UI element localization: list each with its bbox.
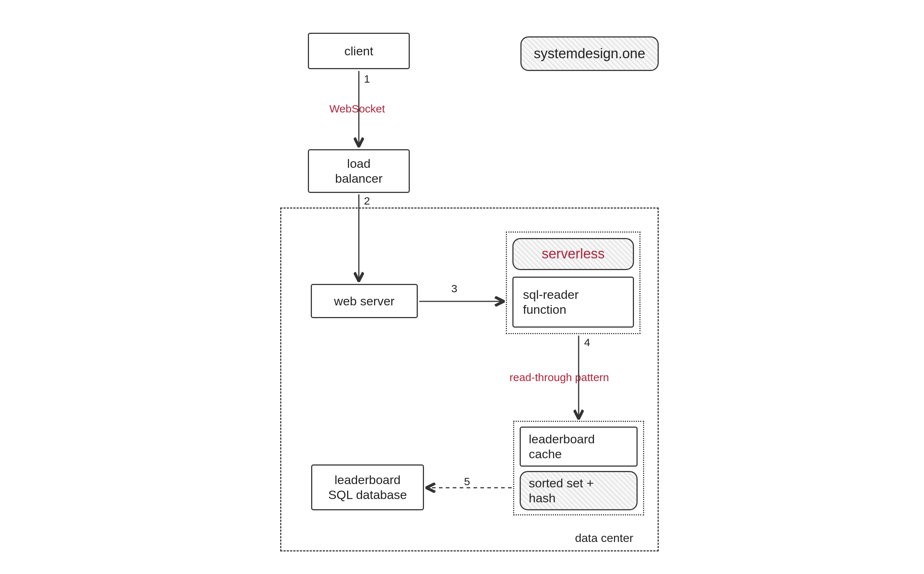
group-data-center-label: data center [575, 531, 633, 545]
node-client: client [308, 33, 410, 69]
edge-2-num: 2 [364, 195, 370, 207]
edge-1-label: WebSocket [329, 102, 385, 115]
brand-badge: systemdesign.one [520, 36, 659, 71]
diagram-stage: data center systemdesign.one client load… [0, 0, 924, 574]
node-sql-reader-function: sql-reader function [512, 277, 634, 328]
edge-3-num: 3 [451, 282, 458, 295]
edge-5-num: 5 [464, 475, 470, 488]
node-web-server: web server [311, 284, 418, 318]
edge-4-num: 4 [584, 336, 590, 349]
node-sorted-set-hash: sorted set + hash [520, 471, 638, 510]
edge-4-label: read-through pattern [510, 371, 609, 384]
node-leaderboard-cache: leaderboard cache [520, 427, 638, 467]
node-load-balancer: load balancer [308, 149, 410, 193]
node-serverless: serverless [512, 238, 634, 270]
node-leaderboard-sql-db: leaderboard SQL database [311, 464, 424, 510]
edge-1-num: 1 [364, 73, 370, 85]
